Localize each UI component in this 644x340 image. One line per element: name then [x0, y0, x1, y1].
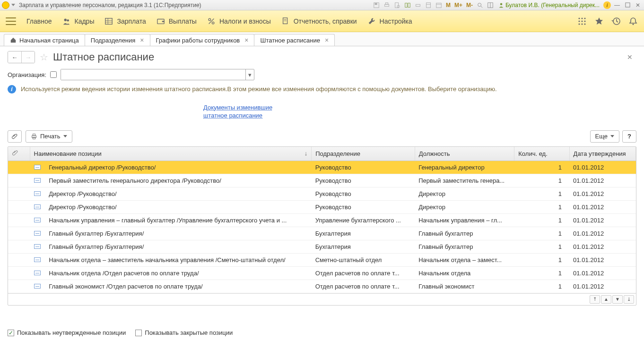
cell-post: Главный бухгалтер — [415, 227, 514, 240]
bell-icon[interactable] — [628, 16, 638, 26]
compare-icon[interactable] — [403, 1, 412, 9]
cell-post: Генеральный директор — [415, 161, 514, 174]
close-icon[interactable]: × — [244, 36, 248, 44]
preview-icon[interactable] — [393, 1, 401, 9]
info-line: i Используется режим ведения истории изм… — [0, 83, 644, 95]
cell-attach — [8, 200, 30, 213]
menu-zarplata[interactable]: Зарплата — [104, 17, 146, 26]
favorite-star-icon[interactable]: ☆ — [40, 51, 48, 63]
panes-icon[interactable] — [486, 1, 495, 9]
zoom-icon[interactable] — [476, 1, 484, 9]
titlebar-tools: M M+ M- Булатов И.В. (Генеральный дирек.… — [372, 1, 642, 9]
grid-bottom-button[interactable]: ⤓ — [624, 295, 634, 304]
show-draft-checkbox[interactable]: Показывать неутвержденные позиции — [8, 329, 126, 336]
menu-nalogi[interactable]: Налоги и взносы — [207, 17, 271, 26]
chevron-down-icon[interactable]: ▾ — [245, 69, 254, 80]
col-post[interactable]: Должность — [415, 147, 514, 161]
svg-point-36 — [578, 20, 580, 22]
table-row[interactable]: Главный бухгалтер /Бухгалтерия/Бухгалтер… — [8, 227, 636, 240]
cell-name: Генеральный директор /Руководство/ — [45, 161, 311, 174]
menu-main[interactable]: Главное — [26, 17, 52, 25]
table-row[interactable]: Генеральный директор /Руководство/Руково… — [8, 161, 636, 174]
maximize-button[interactable] — [623, 1, 632, 9]
help-button[interactable]: ? — [622, 130, 636, 143]
table-row[interactable]: Главный бухгалтер /Бухгалтерия/Бухгалтер… — [8, 240, 636, 253]
table-row[interactable]: Директор /Руководство/РуководствоДиректо… — [8, 187, 636, 200]
calendar-icon[interactable] — [435, 1, 443, 9]
apps-icon[interactable] — [577, 16, 587, 26]
grid-top-button[interactable]: ⤒ — [590, 295, 600, 304]
history-icon[interactable] — [611, 16, 621, 26]
cell-name: Главный экономист /Отдел расчетов по опл… — [45, 280, 311, 293]
org-input[interactable] — [61, 69, 245, 80]
svg-point-27 — [209, 18, 211, 21]
print2-icon[interactable] — [414, 1, 422, 9]
table-row[interactable]: Главный экономист /Отдел расчетов по опл… — [8, 280, 636, 293]
org-checkbox[interactable] — [50, 71, 57, 78]
close-icon[interactable]: × — [325, 36, 329, 44]
org-combo[interactable]: ▾ — [61, 69, 254, 80]
tab-podrazdeleniya[interactable]: Подразделения × — [85, 34, 150, 46]
forward-button[interactable]: → — [21, 51, 35, 63]
m-button[interactable]: M — [445, 2, 452, 8]
back-button[interactable]: ← — [8, 51, 21, 63]
svg-point-19 — [64, 18, 66, 21]
table-row[interactable]: Первый заместитель генерального директор… — [8, 174, 636, 187]
star-icon[interactable] — [594, 16, 604, 26]
print-icon[interactable] — [383, 1, 391, 9]
calc-icon[interactable] — [424, 1, 433, 9]
svg-point-40 — [581, 23, 583, 25]
cell-qty: 1 — [514, 174, 569, 187]
minimize-button[interactable]: — — [613, 1, 621, 9]
grid-down-button[interactable]: ▼ — [612, 295, 623, 304]
cell-date: 01.01.2012 — [569, 200, 635, 213]
save-icon[interactable] — [372, 1, 381, 9]
menu-kadry[interactable]: Кадры — [62, 17, 95, 26]
cell-attach — [8, 187, 30, 200]
cell-name: Директор /Руководство/ — [45, 187, 311, 200]
home-icon — [10, 37, 17, 43]
table-row[interactable]: Директор /Руководство/РуководствоДиректо… — [8, 200, 636, 213]
close-button[interactable]: ✕ — [634, 1, 642, 9]
svg-line-29 — [209, 18, 214, 24]
svg-point-43 — [633, 24, 634, 25]
app-menu-caret[interactable] — [11, 4, 15, 6]
print-button[interactable]: Печать — [26, 130, 72, 143]
col-name[interactable]: Наименование позиции↓ — [30, 147, 312, 161]
m-plus-button[interactable]: M+ — [453, 2, 463, 8]
col-dept[interactable]: Подразделение — [312, 147, 415, 161]
cell-rowicon — [30, 213, 45, 227]
table-icon — [104, 17, 113, 26]
more-button[interactable]: Еще — [590, 130, 619, 143]
cell-dept: Отдел расчетов по оплате т... — [312, 266, 415, 280]
m-minus-button[interactable]: M- — [465, 2, 474, 8]
user-chip[interactable]: Булатов И.В. (Генеральный дирек... — [496, 2, 601, 8]
hamburger-icon[interactable] — [6, 17, 16, 25]
print-icon — [31, 133, 37, 140]
tab-home[interactable]: Начальная страница — [4, 34, 85, 46]
attach-button[interactable] — [8, 130, 22, 143]
tab-grafiki[interactable]: Графики работы сотрудников × — [150, 34, 255, 46]
menu-vyplaty[interactable]: Выплаты — [157, 17, 197, 26]
table-row[interactable]: Начальник отдела /Отдел расчетов по опла… — [8, 266, 636, 280]
sort-desc-icon: ↓ — [305, 150, 308, 157]
info-icon[interactable]: i — [603, 1, 611, 9]
close-icon[interactable]: × — [140, 36, 144, 44]
show-closed-checkbox[interactable]: Показывать закрытые позиции — [135, 329, 233, 336]
col-date[interactable]: Дата утверждения — [569, 147, 635, 161]
cell-qty: 1 — [514, 253, 569, 266]
col-attach[interactable] — [8, 147, 30, 161]
col-qty[interactable]: Колич. ед. — [514, 147, 569, 161]
table-row[interactable]: Начальник управления – главный бухгалтер… — [8, 213, 636, 227]
page-close-icon[interactable]: ✕ — [627, 53, 636, 61]
menu-nastrojka[interactable]: Настройка — [367, 17, 412, 26]
row-icon — [34, 231, 41, 236]
menu-otchet[interactable]: Отчетность, справки — [281, 17, 357, 26]
grid-up-button[interactable]: ▲ — [601, 295, 611, 304]
tab-shtatnoe[interactable]: Штатное расписание × — [254, 34, 335, 46]
svg-rect-18 — [625, 3, 629, 7]
doc-link-anchor[interactable]: Документы изменившиештатное расписание — [203, 104, 272, 119]
table-row[interactable]: Начальник отдела – заместитель начальник… — [8, 253, 636, 266]
svg-rect-21 — [105, 18, 112, 24]
page-header: ← → ☆ Штатное расписание ✕ — [0, 46, 644, 66]
